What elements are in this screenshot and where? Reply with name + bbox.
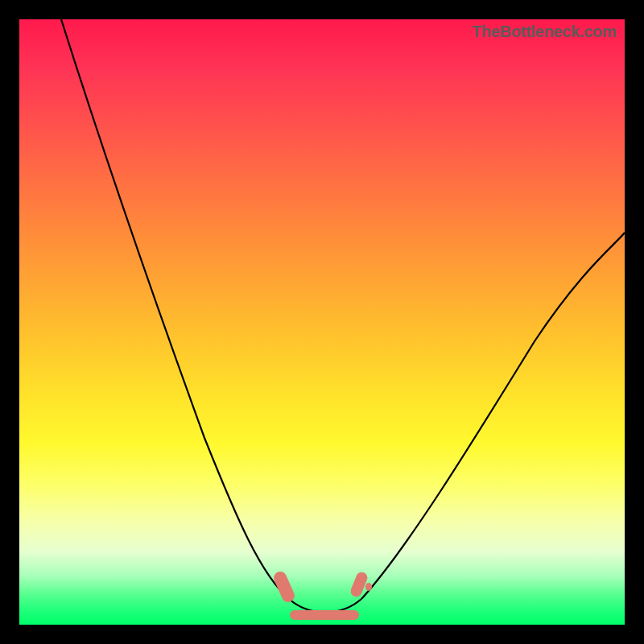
marker-left: [272, 569, 297, 604]
watermark-text: TheBottleneck.com: [473, 23, 617, 41]
bottleneck-curve: [19, 19, 625, 625]
plot-area: TheBottleneck.com: [19, 19, 625, 625]
marker-bottom-bar: [290, 610, 359, 620]
marker-right-dot: [365, 583, 372, 591]
